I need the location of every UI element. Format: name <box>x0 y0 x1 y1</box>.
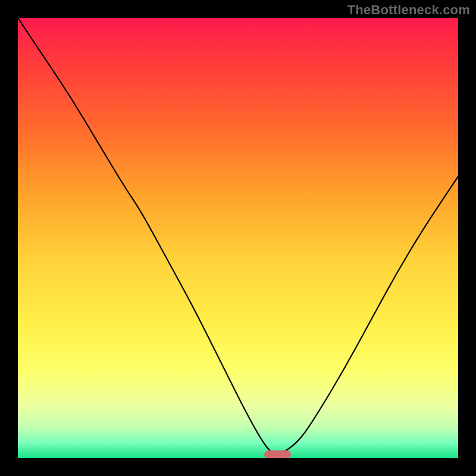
gradient-fill <box>18 18 458 458</box>
watermark-text: TheBottleneck.com <box>347 2 470 18</box>
min-marker <box>264 450 290 458</box>
plot-svg <box>18 18 458 458</box>
plot-area <box>18 18 458 458</box>
chart-frame: TheBottleneck.com <box>0 0 476 476</box>
